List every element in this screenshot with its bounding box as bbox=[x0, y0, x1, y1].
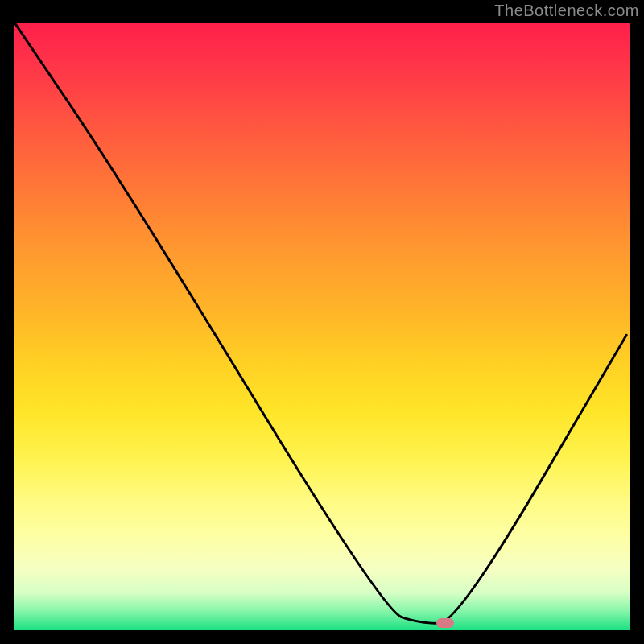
plot-area bbox=[14, 23, 630, 630]
watermark-label: TheBottleneck.com bbox=[494, 2, 639, 20]
chart-frame: TheBottleneck.com bbox=[0, 0, 644, 644]
optimum-marker bbox=[436, 618, 454, 628]
bottleneck-curve bbox=[14, 23, 630, 630]
